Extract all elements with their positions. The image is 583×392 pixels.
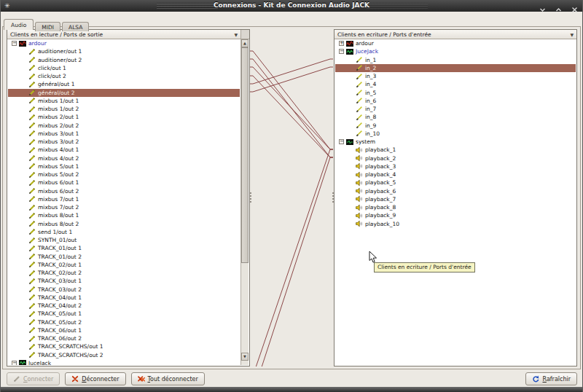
- disconnect-all-button[interactable]: Tout déconnecter: [131, 372, 205, 385]
- tree-row-click-out-1[interactable]: click/out 1: [8, 64, 240, 72]
- tree-row-label: in_5: [365, 90, 376, 96]
- tree-row-mixbus-8-out-2[interactable]: mixbus 8/out 2: [8, 220, 240, 228]
- tree-row-mixbus-1-out-1[interactable]: mixbus 1/out 1: [8, 97, 240, 105]
- left-tree-scrollbar[interactable]: ▲ ▼: [240, 39, 249, 365]
- tree-row-jucejack[interactable]: −JuceJack: [335, 47, 576, 55]
- tree-row-track-06-out-2[interactable]: TRACK_06/out 2: [8, 334, 240, 342]
- tree-row-in-8[interactable]: in_8: [335, 113, 576, 121]
- tree-row-mixbus-8-out-1[interactable]: mixbus 8/out 1: [8, 211, 240, 219]
- tree-row-label: in_1: [365, 57, 376, 63]
- collapse-icon[interactable]: −: [339, 139, 344, 144]
- tree-row-playback-2[interactable]: playback_2: [335, 154, 576, 162]
- tree-row-system[interactable]: −system: [335, 138, 576, 146]
- tree-row-in-6[interactable]: in_6: [335, 97, 576, 105]
- tree-row-mixbus-7-out-1[interactable]: mixbus 7/out 1: [8, 195, 240, 203]
- tree-row-g-n-ral-out-2[interactable]: général/out 2: [8, 89, 240, 97]
- tree-row-track-01-out-1[interactable]: TRACK_01/out 1: [8, 244, 240, 252]
- audio-output-port-icon: [28, 351, 36, 358]
- tree-row-jucejack[interactable]: −JuceJack: [8, 359, 240, 365]
- tree-row-mixbus-1-out-2[interactable]: mixbus 1/out 2: [8, 105, 240, 113]
- audio-input-port-icon: [356, 81, 363, 88]
- tree-row-mixbus-2-out-2[interactable]: mixbus 2/out 2: [8, 122, 240, 130]
- tree-row-track-04-out-2[interactable]: TRACK_04/out 2: [8, 302, 240, 310]
- close-icon[interactable]: [571, 2, 578, 9]
- tree-row-mixbus-5-out-2[interactable]: mixbus 5/out 2: [8, 170, 240, 179]
- tree-row-ardour[interactable]: +ardour: [335, 39, 576, 47]
- tree-row-mixbus-3-out-2[interactable]: mixbus 3/out 2: [8, 138, 240, 146]
- sort-indicator-icon[interactable]: ▼: [234, 32, 238, 37]
- scrollbar-up-icon[interactable]: ▲: [241, 39, 249, 47]
- tab-alsa[interactable]: ALSA: [62, 22, 89, 31]
- tree-row-send-1-out-1[interactable]: send 1/out 1: [8, 228, 240, 236]
- tree-row-mixbus-3-out-1[interactable]: mixbus 3/out 1: [8, 130, 240, 138]
- tree-row-track-scratchs-out-1[interactable]: TRACK_SCRATCHS/out 1: [8, 342, 240, 350]
- maximize-icon[interactable]: [555, 2, 562, 9]
- disconnect-button[interactable]: Déconnecter: [65, 372, 125, 385]
- tree-row-track-03-out-2[interactable]: TRACK_03/out 2: [8, 286, 240, 294]
- tree-row-label: mixbus 6/out 1: [38, 179, 79, 186]
- input-ports-header[interactable]: Clients en ecriture / Ports d'entrée ▼: [334, 30, 576, 39]
- tree-row-label: TRACK_03/out 2: [38, 286, 82, 293]
- tree-row-click-out-2[interactable]: click/out 2: [8, 72, 240, 80]
- tree-row-in-7[interactable]: in_7: [335, 105, 576, 113]
- collapse-icon[interactable]: −: [12, 41, 17, 46]
- tree-row-in-5[interactable]: in_5: [335, 89, 576, 97]
- tree-row-label: mixbus 1/out 2: [38, 106, 79, 112]
- tree-row-in-4[interactable]: in_4: [335, 80, 576, 88]
- tree-row-track-02-out-2[interactable]: TRACK_02/out 2: [8, 269, 240, 277]
- tab-audio[interactable]: Audio: [4, 19, 34, 30]
- tree-row-mixbus-7-out-2[interactable]: mixbus 7/out 2: [8, 203, 240, 211]
- tree-row-mixbus-4-out-2[interactable]: mixbus 4/out 2: [8, 154, 240, 162]
- tree-row-track-01-out-2[interactable]: TRACK_01/out 2: [8, 253, 240, 261]
- tree-row-ardour[interactable]: −ardour: [8, 39, 240, 47]
- tree-row-in-3[interactable]: in_3: [335, 72, 576, 80]
- tree-row-label: mixbus 6/out 2: [38, 188, 79, 195]
- tree-row-playback-8[interactable]: playback_8: [335, 203, 576, 211]
- audio-output-port-icon: [28, 97, 36, 104]
- titlebar[interactable]: ✳ Connexions - Kit de Connexion Audio JA…: [1, 0, 582, 12]
- tree-row-label: TRACK_05/out 1: [38, 310, 82, 317]
- tree-row-track-scratchs-out-2[interactable]: TRACK_SCRATCHS/out 2: [8, 351, 240, 359]
- splitter-grip[interactable]: [250, 192, 251, 203]
- tree-row-mixbus-2-out-1[interactable]: mixbus 2/out 1: [8, 113, 240, 121]
- tree-row-in-9[interactable]: in_9: [335, 122, 576, 130]
- tree-row-track-05-out-1[interactable]: TRACK_05/out 1: [8, 310, 240, 318]
- tree-row-playback-7[interactable]: playback_7: [335, 195, 576, 203]
- tree-row-track-06-out-1[interactable]: TRACK_06/out 1: [8, 326, 240, 334]
- minimize-icon[interactable]: [539, 2, 546, 9]
- tree-row-g-n-ral-out-1[interactable]: général/out 1: [8, 80, 240, 88]
- tree-row-auditioner-out-2[interactable]: auditioner/out 2: [8, 56, 240, 64]
- collapse-icon[interactable]: −: [339, 49, 344, 54]
- playback-port-icon: [356, 187, 363, 195]
- tree-row-mixbus-5-out-1[interactable]: mixbus 5/out 1: [8, 162, 240, 170]
- collapse-icon[interactable]: −: [12, 361, 17, 365]
- tree-row-playback-10[interactable]: playback_10: [335, 220, 576, 228]
- tree-row-in-2[interactable]: in_2: [335, 64, 576, 72]
- scrollbar-down-icon[interactable]: ▼: [241, 353, 249, 361]
- connect-button[interactable]: Connecter: [7, 372, 60, 385]
- tree-row-playback-9[interactable]: playback_9: [335, 211, 576, 219]
- tree-row-in-10[interactable]: in_10: [335, 130, 576, 138]
- scrollbar-thumb[interactable]: [241, 47, 249, 263]
- tree-row-playback-6[interactable]: playback_6: [335, 187, 576, 195]
- tree-row-synth-01-out[interactable]: SYNTH_01/out: [8, 236, 240, 244]
- refresh-button[interactable]: Rafraîchir: [525, 372, 577, 385]
- sort-indicator-icon[interactable]: ▼: [570, 32, 574, 37]
- tree-row-mixbus-6-out-1[interactable]: mixbus 6/out 1: [8, 179, 240, 187]
- tree-row-playback-4[interactable]: playback_4: [335, 170, 576, 179]
- tree-row-auditioner-out-1[interactable]: auditioner/out 1: [8, 47, 240, 55]
- tree-row-playback-1[interactable]: playback_1: [335, 146, 576, 154]
- tree-row-playback-5[interactable]: playback_5: [335, 179, 576, 187]
- tree-row-mixbus-4-out-1[interactable]: mixbus 4/out 1: [8, 146, 240, 154]
- tree-row-playback-3[interactable]: playback_3: [335, 162, 576, 170]
- tree-row-track-04-out-1[interactable]: TRACK_04/out 1: [8, 294, 240, 302]
- tree-row-track-05-out-2[interactable]: TRACK_05/out 2: [8, 318, 240, 326]
- tree-row-mixbus-6-out-2[interactable]: mixbus 6/out 2: [8, 187, 240, 195]
- expand-icon[interactable]: +: [339, 41, 344, 46]
- tree-row-track-03-out-1[interactable]: TRACK_03/out 1: [8, 277, 240, 285]
- app-icon: ✳: [4, 1, 10, 10]
- tab-midi[interactable]: MIDI: [35, 22, 60, 31]
- tree-row-track-02-out-1[interactable]: TRACK_02/out 1: [8, 261, 240, 269]
- tree-row-label: playback_1: [365, 146, 396, 153]
- tree-row-in-1[interactable]: in_1: [335, 56, 576, 64]
